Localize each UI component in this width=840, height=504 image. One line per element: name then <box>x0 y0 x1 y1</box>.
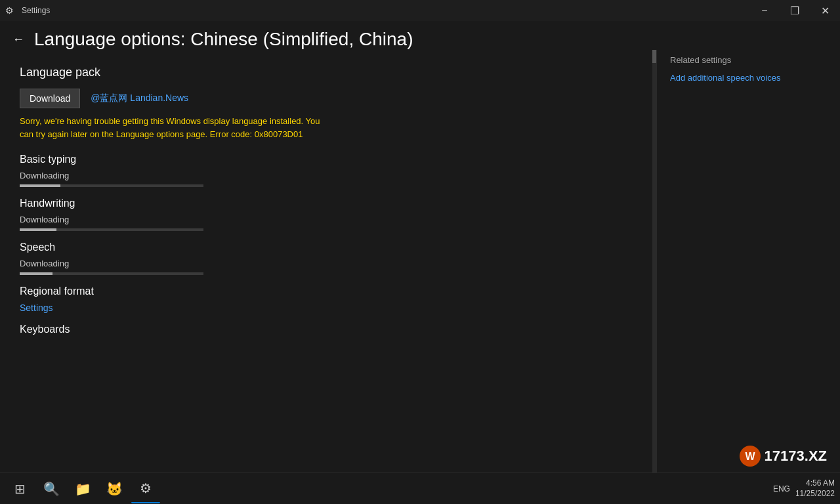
back-button[interactable]: ← <box>8 29 29 50</box>
nav-bar: ← Language options: Chinese (Simplified,… <box>0 21 840 50</box>
tray-lang: ENG <box>773 484 790 494</box>
error-text: Sorry, we're having trouble getting this… <box>20 115 322 140</box>
speech-header: Speech <box>20 242 633 253</box>
page-title: Language options: Chinese (Simplified, C… <box>34 29 413 50</box>
scrollbar-thumb <box>652 50 656 63</box>
settings-taskbar-icon: ⚙ <box>140 480 152 496</box>
titlebar: ⚙ Settings − ❐ ✕ <box>0 0 840 21</box>
minimize-button[interactable]: − <box>749 0 780 21</box>
logo-text: 17173.XZ <box>765 448 827 465</box>
main-content: Language pack Download @蓝点网 Landian.News… <box>0 50 652 504</box>
taskbar: ⊞ 🔍 📁 🐱 ⚙ ENG 4:56 AM 11/25/2022 <box>0 472 840 504</box>
clock-area: 4:56 AM 11/25/2022 <box>795 478 835 499</box>
taskbar-right: ENG 4:56 AM 11/25/2022 <box>773 478 835 499</box>
titlebar-controls: − ❐ ✕ <box>749 0 840 21</box>
clock-date: 11/25/2022 <box>795 489 835 499</box>
start-button[interactable]: ⊞ <box>5 474 34 503</box>
speech-status: Downloading <box>20 259 633 268</box>
clock-time: 4:56 AM <box>806 478 835 489</box>
language-pack-header: Language pack <box>20 66 633 79</box>
basic-typing-status: Downloading <box>20 171 633 180</box>
keyboards-header: Keyboards <box>20 324 633 335</box>
basic-typing-header: Basic typing <box>20 154 633 165</box>
handwriting-progress-bar <box>20 228 203 231</box>
basic-typing-section: Basic typing Downloading <box>20 154 633 187</box>
handwriting-progress-fill <box>20 228 56 231</box>
ms-button[interactable]: 🐱 <box>100 474 129 503</box>
regional-format-header: Regional format <box>20 285 633 297</box>
handwriting-status: Downloading <box>20 215 633 224</box>
handwriting-section: Handwriting Downloading <box>20 198 633 231</box>
language-pack-section: Language pack Download @蓝点网 Landian.News… <box>20 66 633 140</box>
basic-typing-progress-fill <box>20 184 60 187</box>
keyboards-section: Keyboards <box>20 324 633 335</box>
regional-settings-link[interactable]: Settings <box>20 303 53 313</box>
app-container: ← Language options: Chinese (Simplified,… <box>0 21 840 504</box>
start-icon: ⊞ <box>14 481 26 497</box>
add-speech-voices-link[interactable]: Add additional speech voices <box>670 73 827 83</box>
download-row: Download @蓝点网 Landian.News <box>20 89 633 108</box>
logo-icon: W <box>738 444 762 468</box>
settings-taskbar-button[interactable]: ⚙ <box>131 474 160 503</box>
titlebar-title: Settings <box>22 6 50 15</box>
svg-text:W: W <box>745 451 755 462</box>
settings-icon-titlebar: ⚙ <box>5 5 14 16</box>
handwriting-header: Handwriting <box>20 198 633 209</box>
basic-typing-progress-bar <box>20 184 203 187</box>
regional-format-section: Regional format Settings <box>20 285 633 313</box>
speech-progress-bar <box>20 272 203 275</box>
right-scrollbar[interactable] <box>652 50 656 504</box>
tray-area: ENG <box>773 484 790 494</box>
related-settings-title: Related settings <box>670 55 827 65</box>
watermark-text: @蓝点网 Landian.News <box>91 93 188 104</box>
search-icon: 🔍 <box>43 481 60 497</box>
speech-progress-fill <box>20 272 52 275</box>
explorer-button[interactable]: 📁 <box>68 474 97 503</box>
download-button[interactable]: Download <box>20 89 80 108</box>
ms-icon: 🐱 <box>106 481 123 497</box>
back-icon: ← <box>12 33 24 47</box>
speech-section: Speech Downloading <box>20 242 633 275</box>
restore-button[interactable]: ❐ <box>780 0 810 21</box>
content-area: Language pack Download @蓝点网 Landian.News… <box>0 50 840 504</box>
right-panel: Related settings Add additional speech v… <box>656 50 840 504</box>
taskbar-left: ⊞ 🔍 📁 🐱 ⚙ <box>5 474 160 503</box>
close-button[interactable]: ✕ <box>810 0 840 21</box>
titlebar-left: ⚙ Settings <box>5 5 50 16</box>
explorer-icon: 📁 <box>75 481 91 497</box>
watermark-logo: W 17173.XZ <box>738 444 827 468</box>
search-button[interactable]: 🔍 <box>37 474 66 503</box>
